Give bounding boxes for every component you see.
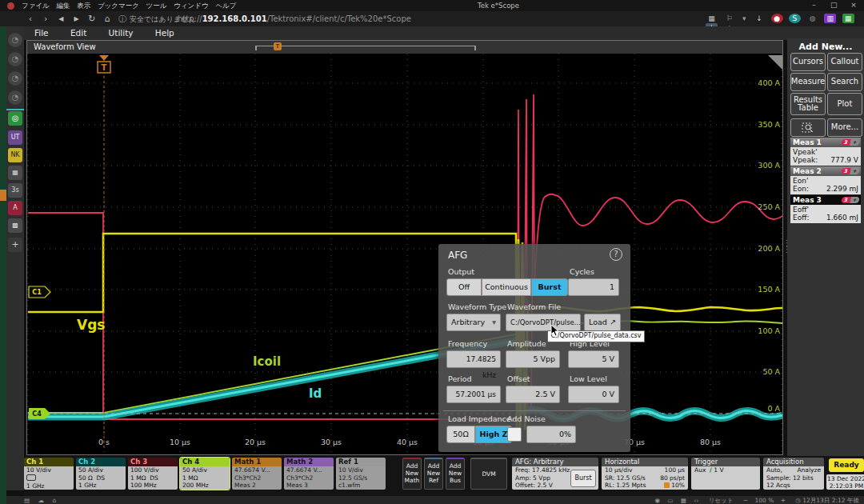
panel-nk-icon[interactable]: NK: [8, 148, 22, 162]
zoom-out-icon[interactable]: −: [743, 497, 748, 504]
output-continuous-button[interactable]: Continuous: [482, 278, 531, 296]
sync-cloud-icon[interactable]: ☁: [38, 497, 44, 504]
reload-icon[interactable]: ↻: [86, 14, 98, 24]
waveform-file-dropdown[interactable]: C:/QorvoDPT/pulse...▾: [506, 314, 581, 331]
browser-menu-tools[interactable]: ツール: [146, 2, 167, 11]
zoom-reset-label[interactable]: リセット: [709, 497, 734, 504]
low-level-field[interactable]: 0 V: [568, 386, 619, 403]
panel-toggle-icon[interactable]: ▤: [24, 497, 30, 504]
meas1-count-pill[interactable]: 3+: [842, 139, 859, 146]
extension-purple-icon[interactable]: ▥: [824, 14, 836, 23]
output-burst-button[interactable]: Burst: [531, 278, 568, 296]
acquisition-badge[interactable]: Acquisition Auto,Analyze Sample: 12 bits…: [763, 458, 824, 490]
more-button[interactable]: More...: [827, 118, 862, 137]
afg-burst-button[interactable]: Burst: [570, 470, 596, 487]
browser-menu-window[interactable]: ウィンドウ: [174, 2, 209, 11]
horizontal-badge[interactable]: Horizontal 10 µs/divSR: 12.5 GS/sRL: 1.2…: [602, 458, 688, 490]
panel-a-icon[interactable]: A: [8, 201, 22, 215]
cycles-field[interactable]: 1: [568, 278, 619, 296]
waveform-view-tab[interactable]: Waveform View T: [27, 41, 782, 54]
plot-button[interactable]: Plot: [827, 93, 862, 115]
period-field[interactable]: 57.2001 µs: [446, 386, 501, 403]
ch4-badge[interactable]: Ch 4 50 A/div1 MΩ200 MHz: [180, 458, 230, 490]
window-minimize-button[interactable]: –: [806, 1, 823, 9]
output-off-button[interactable]: Off: [446, 278, 482, 296]
afg-badge[interactable]: AFG: Arbitrary Freq: 17.4825 kHzAmp: 5 V…: [512, 458, 598, 490]
meas2-badge[interactable]: Meas 2 3+ Eon' Eon:2.299 mJ: [790, 166, 861, 194]
tiling-icon[interactable]: ▭: [667, 497, 673, 504]
panel-ut-icon[interactable]: UT: [8, 130, 22, 145]
window-close-button[interactable]: ×: [845, 1, 862, 9]
add-new-ref-button[interactable]: Add New Ref: [424, 458, 443, 490]
panel-site-icon[interactable]: ◔: [8, 52, 22, 66]
download-icon[interactable]: ↓: [754, 14, 766, 23]
browser-menu-file[interactable]: ファイル: [22, 2, 50, 11]
speed-dial-icon[interactable]: ▦: [706, 14, 718, 23]
horizontal-pan-slider[interactable]: [255, 46, 476, 50]
site-info-icon[interactable]: ⓘ: [118, 14, 126, 25]
ch3-badge[interactable]: Ch 3 100 V/div1 MΩ DS100 MHz: [128, 458, 178, 490]
browser-menu-edit[interactable]: 編集: [57, 2, 70, 11]
extension-ghost-icon[interactable]: ◍: [806, 14, 818, 23]
browser-menu-bookmarks[interactable]: ブックマーク: [98, 2, 139, 11]
slider-trigger-marker[interactable]: T: [274, 42, 282, 50]
menu-edit[interactable]: Edit: [70, 28, 86, 38]
extension-grid-icon[interactable]: ▦: [842, 14, 854, 23]
offset-field[interactable]: 2.5 V: [506, 386, 560, 403]
extension-s-icon[interactable]: S: [789, 14, 801, 23]
forward-icon[interactable]: ›: [39, 14, 52, 24]
search-button[interactable]: Search: [827, 73, 862, 91]
browser-logo-icon[interactable]: [7, 2, 14, 10]
cursors-button[interactable]: Cursors: [790, 53, 826, 71]
extension-red-icon[interactable]: ●: [771, 14, 783, 23]
help-icon[interactable]: ?: [610, 248, 622, 261]
images-toggle-icon[interactable]: ▦: [681, 497, 686, 504]
add-new-math-button[interactable]: Add New Math: [402, 458, 422, 490]
ref1-badge[interactable]: Ref 1 10 V/div12.5 GS/sc1.wfm: [336, 458, 386, 490]
capture-icon[interactable]: ◉: [654, 497, 660, 504]
add-new-bus-button[interactable]: Add New Bus: [446, 458, 465, 490]
home-icon[interactable]: ⌂: [101, 14, 114, 24]
toolbar-dropdown-icon[interactable]: ▾: [741, 14, 747, 23]
results-table-button[interactable]: Results Table: [790, 93, 826, 115]
panel-qr-icon[interactable]: ▦: [8, 166, 22, 180]
waveform-canvas[interactable]: T C1 C4 Vgs Icoil Id 400 A 350 A 300 A 2…: [27, 54, 782, 454]
callout-button[interactable]: Callout: [827, 53, 862, 71]
menu-help[interactable]: Help: [155, 28, 174, 38]
panel-grid-icon[interactable]: ▩: [8, 218, 22, 233]
page-actions-icon[interactable]: ‹›: [694, 497, 698, 504]
load-button[interactable]: Load ↗: [584, 314, 621, 331]
panel-tek-scope-icon[interactable]: ◎: [8, 111, 22, 126]
panel-add-icon[interactable]: +: [8, 238, 22, 252]
amplitude-field[interactable]: 5 Vpp: [506, 350, 560, 368]
panel-site-icon[interactable]: ◔: [8, 90, 22, 105]
menu-utility[interactable]: Utility: [109, 28, 134, 38]
browser-menu-view[interactable]: 表示: [77, 2, 90, 11]
zoom-in-icon[interactable]: +: [781, 497, 786, 504]
trigger-badge[interactable]: Trigger Aux ∕ 1 V: [691, 458, 760, 490]
zoom-overview-handle[interactable]: [768, 55, 782, 70]
zoom-mode-button[interactable]: [790, 118, 826, 137]
add-noise-checkbox[interactable]: [507, 427, 522, 442]
panel-site-icon[interactable]: ◔: [8, 33, 22, 47]
window-maximize-button[interactable]: □: [825, 1, 842, 9]
waveform-type-dropdown[interactable]: Arbitrary▾: [446, 314, 501, 331]
status-home-icon[interactable]: ⌂: [52, 497, 56, 504]
rewind-icon[interactable]: ◀: [54, 15, 67, 22]
impedance-50ohm-button[interactable]: 50Ω: [446, 426, 475, 443]
measure-button[interactable]: Measure: [790, 73, 826, 91]
dvm-button[interactable]: DVM: [470, 458, 507, 490]
noise-percent-field[interactable]: 0%: [526, 426, 576, 443]
meas2-count-pill[interactable]: 3+: [842, 168, 859, 174]
trigger-flag[interactable]: T: [98, 55, 110, 73]
panel-site-icon[interactable]: ◔: [8, 71, 22, 86]
fastforward-icon[interactable]: ▶: [70, 15, 83, 22]
high-level-field[interactable]: 5 V: [568, 350, 619, 368]
back-icon[interactable]: ‹: [24, 14, 37, 24]
browser-menu-help[interactable]: ヘルプ: [215, 2, 236, 11]
panel-3s-icon[interactable]: 3s: [8, 183, 22, 198]
url-field[interactable]: http://192.168.0.101/Tektronix#/client/c…: [178, 14, 411, 23]
ch1-badge[interactable]: Ch 1 10 V/div1 GHz: [24, 458, 74, 490]
math1-badge[interactable]: Math 1 47.6674 V...Ch3*Ch2Meas 2: [232, 458, 282, 490]
math2-badge[interactable]: Math 2 47.6674 V...Ch3*Ch2Meas 3: [284, 458, 334, 490]
